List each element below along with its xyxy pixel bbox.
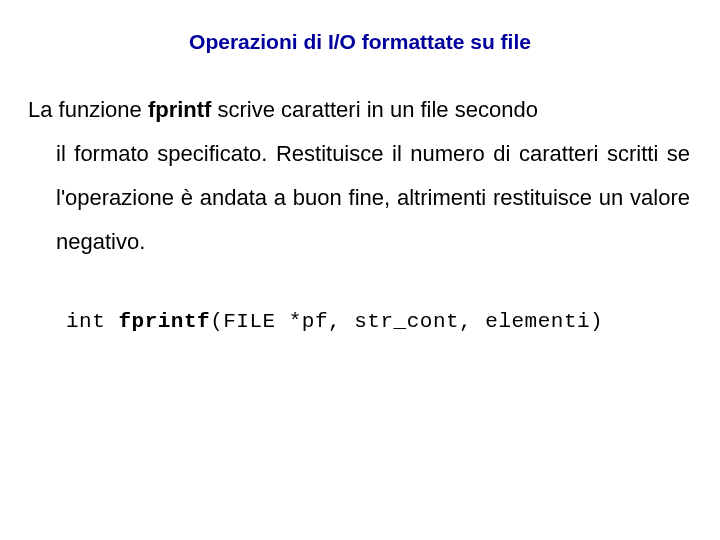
code-return-type: int <box>66 310 118 333</box>
code-params: (FILE *pf, str_cont, elementi) <box>210 310 603 333</box>
para-indented: il formato specificato. Restituisce il n… <box>28 132 690 264</box>
slide-title: Operazioni di I/O formattate su file <box>28 30 692 54</box>
para-after-bold: scrive caratteri in un file secondo <box>211 97 538 122</box>
code-signature: int fprintf(FILE *pf, str_cont, elementi… <box>28 310 692 333</box>
slide: Operazioni di I/O formattate su file La … <box>0 0 720 540</box>
func-name-inline: fprintf <box>148 97 212 122</box>
body-text: La funzione fprintf scrive caratteri in … <box>28 88 692 264</box>
code-function-name: fprintf <box>118 310 210 333</box>
para-lead: La funzione <box>28 97 148 122</box>
